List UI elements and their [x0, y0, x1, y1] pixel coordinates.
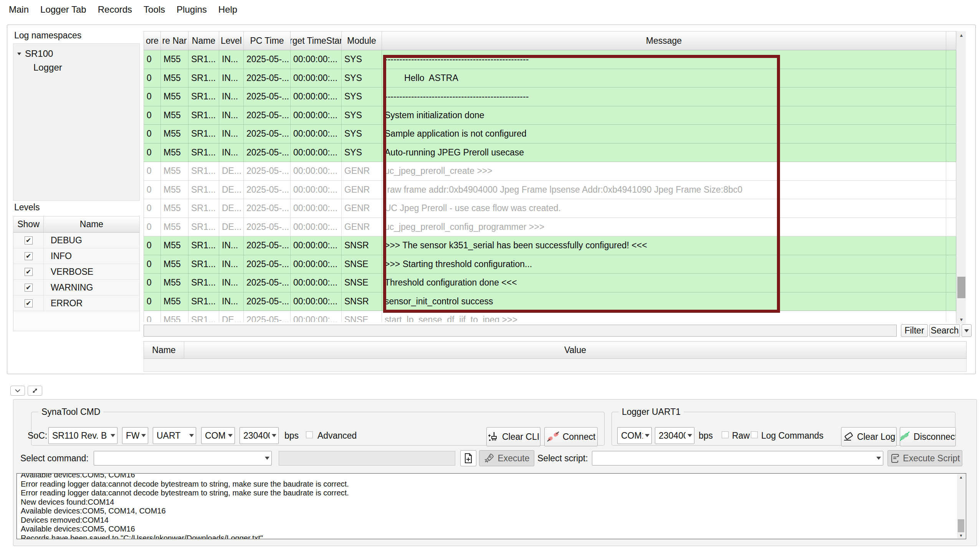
log-header-name[interactable]: Name: [188, 31, 219, 50]
log-table[interactable]: orere NarNameLevelPC Timerget TimeStarMo…: [144, 31, 956, 322]
expand-panel-button[interactable]: [28, 386, 42, 396]
log-cell-message: ----------------------------------------…: [382, 87, 946, 106]
menu-item-records[interactable]: Records: [92, 0, 138, 19]
scroll-down-icon[interactable]: ▼: [957, 315, 966, 324]
log-row[interactable]: 0M55SR1...IN...2025-05-...00:00:00:...SY…: [144, 106, 956, 125]
log-row[interactable]: 0M55SR1...IN...2025-05-...00:00:00:...SY…: [144, 125, 956, 144]
log-row[interactable]: 0M55SR1...DE...2025-05-...00:00:00:...GE…: [144, 199, 956, 218]
log-header-pctime[interactable]: PC Time: [244, 31, 291, 50]
menu-item-logger-tab[interactable]: Logger Tab: [35, 0, 92, 19]
filter-input[interactable]: [144, 325, 897, 337]
connect-button[interactable]: Connect: [544, 427, 598, 446]
logger-baud-select[interactable]: 230400: [655, 427, 694, 444]
log-cell-target-time: 00:00:00:...: [291, 144, 342, 162]
log-cell-pc-time: 2025-05-...: [244, 162, 291, 181]
console-line: Available devices:COM5, COM16: [21, 525, 966, 534]
log-cell-pc-time: 2025-05-...: [244, 255, 291, 274]
log-header-target[interactable]: rget TimeStar: [291, 31, 342, 50]
log-header-module[interactable]: Module: [342, 31, 382, 50]
new-file-button[interactable]: [460, 450, 476, 466]
command-args-input[interactable]: [279, 451, 455, 466]
fw-select[interactable]: FW: [122, 427, 148, 444]
execute-script-button[interactable]: Execute Script: [887, 450, 962, 466]
log-row[interactable]: 0M55SR1...IN...2025-05-...00:00:00:...SN…: [144, 236, 956, 255]
level-checkbox[interactable]: ✔: [25, 236, 33, 244]
chevron-down-icon: [109, 428, 117, 444]
log-header-core[interactable]: ore: [144, 31, 161, 50]
tree-item-logger[interactable]: Logger: [13, 61, 139, 74]
advanced-checkbox[interactable]: [306, 431, 313, 438]
search-button[interactable]: Search: [929, 324, 960, 337]
log-header-cname[interactable]: re Nar: [161, 31, 188, 50]
log-commands-checkbox[interactable]: [751, 431, 758, 438]
log-table-header[interactable]: orere NarNameLevelPC Timerget TimeStarMo…: [144, 31, 956, 50]
collapse-panel-button[interactable]: [10, 386, 25, 396]
level-row-info: ✔INFO: [13, 248, 139, 264]
cmd-baud-select[interactable]: 230400: [240, 427, 279, 444]
logger-port-select[interactable]: COM16: [617, 427, 652, 444]
log-row[interactable]: 0M55SR1...IN...2025-05-...00:00:00:...SN…: [144, 274, 956, 292]
log-row[interactable]: 0M55SR1...IN...2025-05-...00:00:00:...SY…: [144, 144, 956, 162]
log-row[interactable]: 0M55SR1...IN...2025-05-...00:00:00:...SY…: [144, 87, 956, 106]
command-select[interactable]: [94, 451, 272, 466]
menu-item-tools[interactable]: Tools: [138, 0, 171, 19]
tree-item-sr100[interactable]: SR100: [13, 47, 139, 61]
level-checkbox[interactable]: ✔: [25, 252, 33, 260]
log-header-level[interactable]: Level: [219, 31, 244, 50]
new-document-icon: [464, 453, 473, 464]
log-row[interactable]: 0M55SR1...IN...2025-05-...00:00:00:...SN…: [144, 255, 956, 274]
scroll-up-icon[interactable]: ▲: [957, 474, 965, 480]
log-row[interactable]: 0M55SR1...IN...2025-05-...00:00:00:...SY…: [144, 50, 956, 69]
clear-log-button[interactable]: Clear Log: [841, 427, 897, 446]
log-cell-module: GENR: [342, 218, 382, 237]
rocket-icon: [484, 453, 494, 464]
interface-select[interactable]: UART: [153, 427, 196, 444]
log-cell-level: DE...: [219, 311, 244, 322]
status-console[interactable]: Available devices:COM5, COM16Error readi…: [17, 473, 966, 539]
log-cell-level: DE...: [219, 181, 244, 200]
log-cell-name: SR1...: [188, 125, 219, 144]
chevron-down-icon: [686, 428, 694, 444]
console-scrollbar[interactable]: ▲ ▼: [957, 474, 965, 538]
scroll-up-icon[interactable]: ▲: [957, 31, 966, 40]
namespace-tree[interactable]: SR100 Logger: [13, 43, 140, 201]
level-name: INFO: [44, 248, 139, 264]
level-checkbox[interactable]: ✔: [25, 268, 33, 276]
scrollbar-thumb[interactable]: [958, 519, 964, 532]
broom-icon: [488, 431, 499, 442]
log-table-vertical-scrollbar[interactable]: ▲ ▼: [956, 31, 966, 324]
clear-cli-button[interactable]: Clear CLI: [486, 427, 540, 446]
scrollbar-thumb[interactable]: [957, 277, 965, 298]
menu-item-help[interactable]: Help: [213, 0, 243, 19]
log-row[interactable]: 0M55SR1...DE...2025-05-...00:00:00:...GE…: [144, 162, 956, 181]
levels-table-header: Show Name: [13, 216, 139, 233]
disconnect-button[interactable]: Disconnect: [900, 427, 956, 446]
log-cell-module: SYS: [342, 144, 382, 162]
log-cell-target-time: 00:00:00:...: [291, 181, 342, 200]
level-checkbox[interactable]: ✔: [25, 299, 33, 307]
log-row[interactable]: 0M55SR1...DE...2025-05-...00:00:00:...SN…: [144, 311, 956, 322]
soc-select[interactable]: SR110 Rev. B: [48, 427, 117, 444]
log-cell-name: SR1...: [188, 50, 219, 69]
search-dropdown-button[interactable]: [962, 324, 972, 337]
menu-item-main[interactable]: Main: [3, 0, 35, 19]
filter-button[interactable]: Filter: [901, 324, 928, 337]
log-header-message[interactable]: Message: [382, 31, 946, 50]
raw-checkbox[interactable]: [722, 431, 729, 438]
log-row[interactable]: 0M55SR1...DE...2025-05-...00:00:00:...GE…: [144, 218, 956, 237]
cmd-port-select[interactable]: COM5: [201, 427, 235, 444]
menu-item-plugins[interactable]: Plugins: [171, 0, 213, 19]
scroll-down-icon[interactable]: ▼: [957, 532, 965, 538]
level-checkbox[interactable]: ✔: [25, 284, 33, 292]
log-row[interactable]: 0M55SR1...DE...2025-05-...00:00:00:...GE…: [144, 181, 956, 200]
log-row[interactable]: 0M55SR1...IN...2025-05-...00:00:00:...SY…: [144, 69, 956, 88]
log-cell-core: 0: [144, 181, 161, 200]
log-cell-target-time: 00:00:00:...: [291, 162, 342, 181]
script-select[interactable]: [592, 451, 883, 466]
execute-button[interactable]: Execute: [479, 450, 534, 466]
log-cell-core-name: M55: [161, 162, 188, 181]
log-row[interactable]: 0M55SR1...IN...2025-05-...00:00:00:...SN…: [144, 292, 956, 311]
log-cell-core: 0: [144, 218, 161, 237]
tree-expander-icon[interactable]: [17, 51, 22, 56]
detail-table-empty-row: [144, 359, 967, 372]
